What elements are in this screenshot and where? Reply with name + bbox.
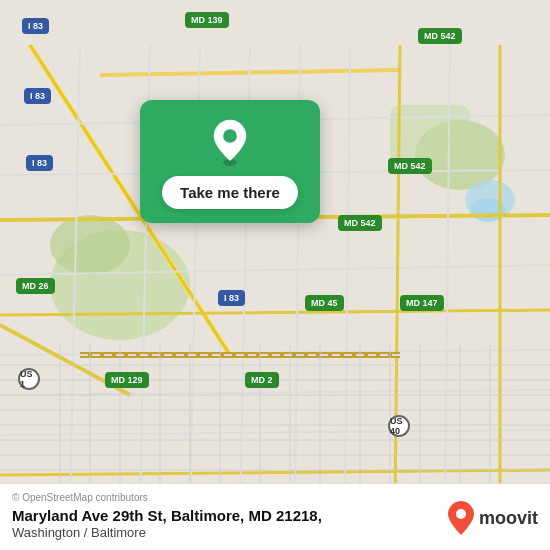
location-pin-icon (206, 118, 254, 166)
svg-rect-5 (390, 105, 470, 165)
road-badge-md542-3: MD 542 (338, 215, 382, 231)
road-badge-md129: MD 129 (105, 372, 149, 388)
road-badge-us1: US 1 (18, 368, 40, 390)
road-badge-i83-1: I 83 (22, 18, 49, 34)
road-badge-md542-1: MD 542 (418, 28, 462, 44)
map-background (0, 0, 550, 550)
svg-point-55 (223, 129, 237, 143)
map-svg (0, 0, 550, 550)
road-badge-md147: MD 147 (400, 295, 444, 311)
moovit-pin-icon (447, 500, 475, 536)
svg-point-2 (50, 215, 130, 275)
road-badge-md45: MD 45 (305, 295, 344, 311)
bottom-info-bar: © OpenStreetMap contributors Maryland Av… (0, 483, 550, 550)
location-overlay: Take me there (140, 100, 320, 223)
road-badge-md26: MD 26 (16, 278, 55, 294)
road-badge-i83-2: I 83 (24, 88, 51, 104)
map-container: I 83 MD 139 MD 542 MD 139 I 83 MD 542 I … (0, 0, 550, 550)
svg-point-56 (456, 509, 466, 519)
moovit-logo: moovit (447, 500, 538, 536)
moovit-brand-text: moovit (479, 508, 538, 529)
road-badge-md2: MD 2 (245, 372, 279, 388)
road-badge-md139-1: MD 139 (185, 12, 229, 28)
road-badge-i83-4: I 83 (218, 290, 245, 306)
road-badge-us40: US 40 (388, 415, 410, 437)
take-me-there-button[interactable]: Take me there (162, 176, 298, 209)
road-badge-md542-2: MD 542 (388, 158, 432, 174)
road-badge-i83-3: I 83 (26, 155, 53, 171)
